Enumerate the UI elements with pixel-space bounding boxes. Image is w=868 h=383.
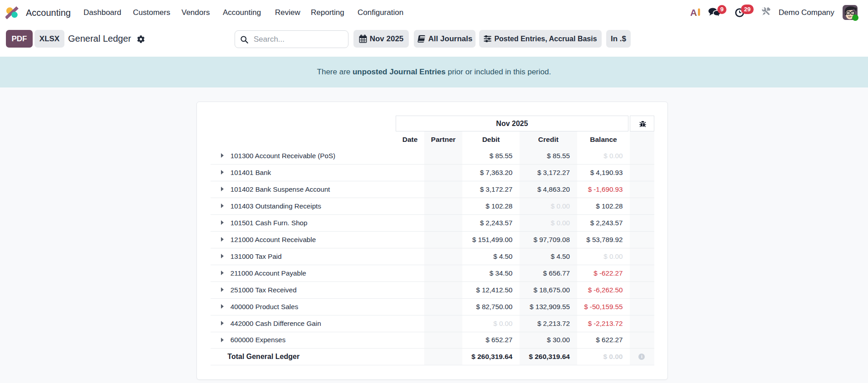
svg-text:A: A	[691, 7, 697, 17]
